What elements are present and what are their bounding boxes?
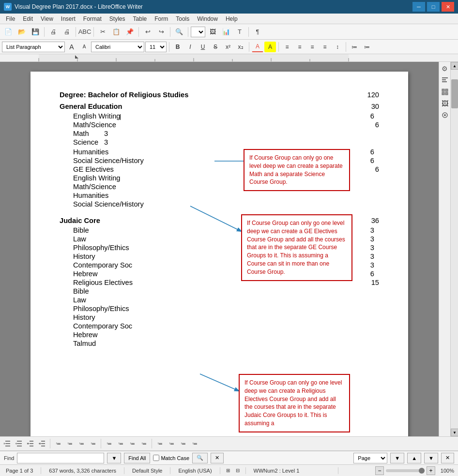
menu-insert[interactable]: Insert [57,15,79,23]
insert-textbox-button[interactable]: T [233,26,246,38]
close-find-button[interactable]: ✕ [211,453,224,463]
line-spacing-button[interactable]: ↕ [332,42,343,52]
save-button[interactable]: 💾 [29,26,42,38]
spell-check-button[interactable]: ABC [78,26,91,38]
scroll-thumb[interactable] [451,79,458,108]
menu-window[interactable]: Window [193,15,222,23]
insert-chart-button[interactable]: 📊 [220,26,232,38]
styles-button[interactable] [440,75,450,85]
right-panel: ⚙ 🖼 [439,62,450,436]
redo-button[interactable]: ↪ [155,26,168,38]
prev-page-button[interactable]: ▲ [407,453,421,463]
list-format-7[interactable]: ≔ [127,438,137,449]
find-all-button[interactable]: Find All [124,453,150,463]
cut-button[interactable]: ✂ [96,26,109,38]
list-indent-2[interactable] [25,438,36,449]
paste-button[interactable]: 📌 [123,26,136,38]
scroll-up-button[interactable]: ▲ [451,62,458,70]
justify-button[interactable]: ≡ [319,42,331,52]
open-button[interactable]: 📂 [15,26,28,38]
menu-format[interactable]: Format [79,15,106,23]
print-preview-button[interactable]: 🖨 [47,26,60,38]
properties-button[interactable]: ⚙ [440,64,450,74]
find-type-dropdown[interactable]: Page [353,453,387,463]
align-right-button[interactable]: ≡ [306,42,318,52]
increase-font-button[interactable]: A [66,42,77,52]
subscript-button[interactable]: x₂ [235,42,246,52]
find-dropdown-button[interactable]: ▼ [107,453,121,463]
find-input[interactable] [17,453,104,463]
list-format-10[interactable]: ≔ [166,438,177,449]
find-icon-button[interactable]: 🔍 [192,453,208,463]
menu-tools[interactable]: Tools [172,15,193,23]
font-dropdown[interactable]: Calibri [91,42,144,52]
list-outdent-2[interactable] [37,438,47,449]
list-format-3[interactable]: ≔ [76,438,87,449]
list-format-8[interactable]: ≔ [138,438,149,449]
bold-button[interactable]: B [172,42,183,52]
list-format-4[interactable]: ≔ [88,438,98,449]
align-left-button[interactable]: ≡ [281,42,293,52]
list-format-12[interactable]: ≔ [189,438,200,449]
menu-view[interactable]: View [37,15,57,23]
font-color-button[interactable]: A [252,42,263,52]
list-format-11[interactable]: ≔ [178,438,188,449]
religious-electives-sublist: Bible Law Philosophy/Ethics History Cont… [73,286,132,348]
new-button[interactable]: 📄 [2,26,15,38]
list-format-6[interactable]: ≔ [115,438,126,449]
svg-rect-20 [445,92,448,95]
insert-table-dropdown[interactable] [191,27,205,37]
insert-image-button[interactable]: 🖼 [206,26,219,38]
document-area[interactable]: Degree: Bachelor of Religious Studies 12… [0,62,439,436]
print-button[interactable]: 🖨 [61,26,73,38]
minimize-button[interactable]: ─ [412,2,425,12]
copy-button[interactable]: 📋 [110,26,122,38]
menu-edit[interactable]: Edit [19,15,37,23]
list-format-2[interactable]: ≔ [64,438,75,449]
item-english-writing: English Writing [73,112,365,120]
next-page-button[interactable]: ▼ [424,453,438,463]
menu-styles[interactable]: Styles [106,15,129,23]
menu-bar: File Edit View Insert Format Styles Tabl… [0,14,458,24]
zoom-in-button[interactable]: + [427,466,435,475]
bullet-list-button[interactable]: ≔ [349,42,360,52]
scroll-down-button[interactable]: ▼ [451,429,458,436]
menu-form[interactable]: Form [151,15,172,23]
undo-button[interactable]: ↩ [141,26,154,38]
find-type-dropdown-btn[interactable]: ▼ [390,453,404,463]
menu-file[interactable]: File [2,15,19,23]
zoom-slider[interactable] [386,469,425,472]
word-count: 637 words, 3,326 characters [47,468,118,474]
zoom-out-button[interactable]: − [375,466,384,475]
scroll-track[interactable] [451,70,458,429]
vertical-scrollbar[interactable]: ▲ ▼ [450,62,458,436]
close-find-bar-button[interactable]: ✕ [441,453,454,463]
italic-button[interactable]: I [184,42,196,52]
match-case-checkbox[interactable] [153,455,159,461]
gallery-button[interactable] [440,87,450,97]
size-dropdown[interactable]: 11 [145,42,167,52]
zoom-controls[interactable]: − + 100% [375,466,454,475]
list-format-9[interactable]: ≔ [154,438,165,449]
list-indent-1[interactable] [2,438,13,449]
menu-table[interactable]: Table [129,15,151,23]
highlight-button[interactable]: A [264,42,276,52]
maximize-button[interactable]: □ [427,2,440,12]
style-dropdown[interactable]: List Paragraph [2,42,65,52]
list-format-1[interactable]: ≔ [53,438,63,449]
navigator-button[interactable] [440,110,450,120]
nonprinting-button[interactable]: ¶ [251,26,264,38]
underline-button[interactable]: U [197,42,209,52]
decrease-font-button[interactable]: A [78,42,90,52]
find-button[interactable]: 🔍 [173,26,185,38]
list-format-5[interactable]: ≔ [104,438,114,449]
image-button[interactable]: 🖼 [440,99,450,108]
strikethrough-button[interactable]: S [210,42,221,52]
close-button[interactable]: ✕ [442,2,454,12]
menu-help[interactable]: Help [222,15,242,23]
align-center-button[interactable]: ≡ [294,42,305,52]
list-outdent-1[interactable] [14,438,24,449]
superscript-button[interactable]: x² [222,42,234,52]
numbered-list-button[interactable]: ≔ [361,42,373,52]
svg-rect-18 [445,89,448,91]
